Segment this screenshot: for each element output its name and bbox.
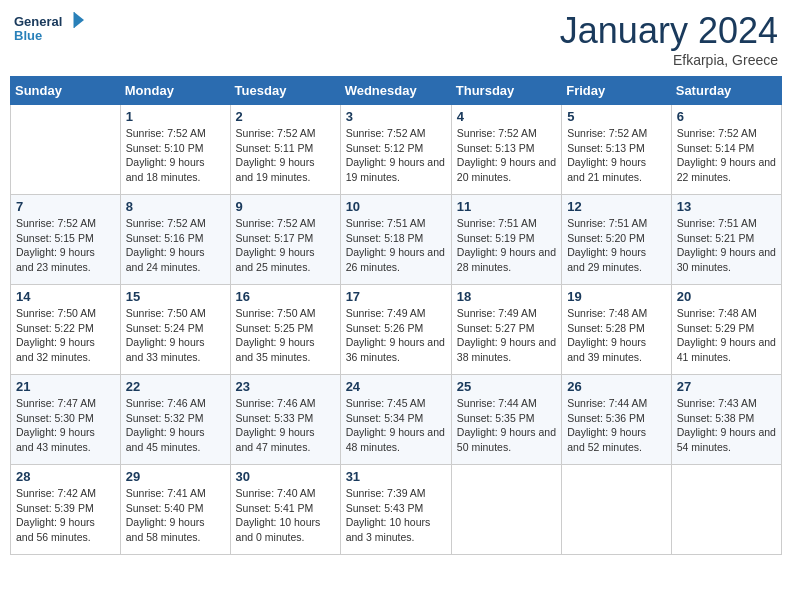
calendar-cell: 20 Sunrise: 7:48 AMSunset: 5:29 PMDaylig… xyxy=(671,285,781,375)
day-number: 4 xyxy=(457,109,556,124)
day-info: Sunrise: 7:45 AMSunset: 5:34 PMDaylight:… xyxy=(346,396,446,455)
weekday-header-tuesday: Tuesday xyxy=(230,77,340,105)
calendar-cell: 4 Sunrise: 7:52 AMSunset: 5:13 PMDayligh… xyxy=(451,105,561,195)
calendar-cell: 8 Sunrise: 7:52 AMSunset: 5:16 PMDayligh… xyxy=(120,195,230,285)
day-info: Sunrise: 7:52 AMSunset: 5:13 PMDaylight:… xyxy=(457,126,556,185)
day-info: Sunrise: 7:42 AMSunset: 5:39 PMDaylight:… xyxy=(16,486,115,545)
day-number: 7 xyxy=(16,199,115,214)
calendar-cell xyxy=(11,105,121,195)
day-number: 1 xyxy=(126,109,225,124)
day-number: 16 xyxy=(236,289,335,304)
day-number: 3 xyxy=(346,109,446,124)
day-number: 17 xyxy=(346,289,446,304)
weekday-header-row: SundayMondayTuesdayWednesdayThursdayFrid… xyxy=(11,77,782,105)
day-info: Sunrise: 7:48 AMSunset: 5:28 PMDaylight:… xyxy=(567,306,666,365)
day-info: Sunrise: 7:46 AMSunset: 5:33 PMDaylight:… xyxy=(236,396,335,455)
day-number: 6 xyxy=(677,109,776,124)
svg-text:Blue: Blue xyxy=(14,28,42,43)
day-info: Sunrise: 7:47 AMSunset: 5:30 PMDaylight:… xyxy=(16,396,115,455)
day-number: 14 xyxy=(16,289,115,304)
day-info: Sunrise: 7:46 AMSunset: 5:32 PMDaylight:… xyxy=(126,396,225,455)
day-info: Sunrise: 7:52 AMSunset: 5:11 PMDaylight:… xyxy=(236,126,335,185)
calendar-cell: 9 Sunrise: 7:52 AMSunset: 5:17 PMDayligh… xyxy=(230,195,340,285)
week-row-3: 14 Sunrise: 7:50 AMSunset: 5:22 PMDaylig… xyxy=(11,285,782,375)
logo: General Blue xyxy=(14,10,84,55)
day-number: 8 xyxy=(126,199,225,214)
calendar-cell: 19 Sunrise: 7:48 AMSunset: 5:28 PMDaylig… xyxy=(562,285,672,375)
calendar-cell: 24 Sunrise: 7:45 AMSunset: 5:34 PMDaylig… xyxy=(340,375,451,465)
day-info: Sunrise: 7:44 AMSunset: 5:36 PMDaylight:… xyxy=(567,396,666,455)
week-row-2: 7 Sunrise: 7:52 AMSunset: 5:15 PMDayligh… xyxy=(11,195,782,285)
day-info: Sunrise: 7:50 AMSunset: 5:22 PMDaylight:… xyxy=(16,306,115,365)
day-info: Sunrise: 7:43 AMSunset: 5:38 PMDaylight:… xyxy=(677,396,776,455)
calendar-cell: 25 Sunrise: 7:44 AMSunset: 5:35 PMDaylig… xyxy=(451,375,561,465)
day-number: 23 xyxy=(236,379,335,394)
weekday-header-friday: Friday xyxy=(562,77,672,105)
day-number: 22 xyxy=(126,379,225,394)
day-info: Sunrise: 7:39 AMSunset: 5:43 PMDaylight:… xyxy=(346,486,446,545)
location: Efkarpia, Greece xyxy=(560,52,778,68)
day-info: Sunrise: 7:49 AMSunset: 5:26 PMDaylight:… xyxy=(346,306,446,365)
day-info: Sunrise: 7:52 AMSunset: 5:17 PMDaylight:… xyxy=(236,216,335,275)
calendar-cell: 30 Sunrise: 7:40 AMSunset: 5:41 PMDaylig… xyxy=(230,465,340,555)
day-info: Sunrise: 7:44 AMSunset: 5:35 PMDaylight:… xyxy=(457,396,556,455)
title-block: January 2024 Efkarpia, Greece xyxy=(560,10,778,68)
calendar-cell: 16 Sunrise: 7:50 AMSunset: 5:25 PMDaylig… xyxy=(230,285,340,375)
day-info: Sunrise: 7:40 AMSunset: 5:41 PMDaylight:… xyxy=(236,486,335,545)
day-number: 20 xyxy=(677,289,776,304)
day-info: Sunrise: 7:52 AMSunset: 5:15 PMDaylight:… xyxy=(16,216,115,275)
calendar-cell: 1 Sunrise: 7:52 AMSunset: 5:10 PMDayligh… xyxy=(120,105,230,195)
logo-svg: General Blue xyxy=(14,10,84,55)
day-number: 25 xyxy=(457,379,556,394)
calendar-cell: 5 Sunrise: 7:52 AMSunset: 5:13 PMDayligh… xyxy=(562,105,672,195)
calendar-cell: 13 Sunrise: 7:51 AMSunset: 5:21 PMDaylig… xyxy=(671,195,781,285)
calendar-cell xyxy=(451,465,561,555)
calendar-cell: 22 Sunrise: 7:46 AMSunset: 5:32 PMDaylig… xyxy=(120,375,230,465)
calendar-cell: 2 Sunrise: 7:52 AMSunset: 5:11 PMDayligh… xyxy=(230,105,340,195)
day-number: 29 xyxy=(126,469,225,484)
calendar-cell xyxy=(671,465,781,555)
day-number: 30 xyxy=(236,469,335,484)
calendar-cell: 28 Sunrise: 7:42 AMSunset: 5:39 PMDaylig… xyxy=(11,465,121,555)
calendar-cell: 29 Sunrise: 7:41 AMSunset: 5:40 PMDaylig… xyxy=(120,465,230,555)
calendar-table: SundayMondayTuesdayWednesdayThursdayFrid… xyxy=(10,76,782,555)
month-title: January 2024 xyxy=(560,10,778,52)
day-number: 15 xyxy=(126,289,225,304)
day-number: 24 xyxy=(346,379,446,394)
calendar-cell: 27 Sunrise: 7:43 AMSunset: 5:38 PMDaylig… xyxy=(671,375,781,465)
calendar-cell: 21 Sunrise: 7:47 AMSunset: 5:30 PMDaylig… xyxy=(11,375,121,465)
day-info: Sunrise: 7:50 AMSunset: 5:24 PMDaylight:… xyxy=(126,306,225,365)
day-number: 2 xyxy=(236,109,335,124)
calendar-cell: 10 Sunrise: 7:51 AMSunset: 5:18 PMDaylig… xyxy=(340,195,451,285)
day-number: 19 xyxy=(567,289,666,304)
day-number: 28 xyxy=(16,469,115,484)
calendar-cell: 11 Sunrise: 7:51 AMSunset: 5:19 PMDaylig… xyxy=(451,195,561,285)
day-info: Sunrise: 7:48 AMSunset: 5:29 PMDaylight:… xyxy=(677,306,776,365)
calendar-cell: 31 Sunrise: 7:39 AMSunset: 5:43 PMDaylig… xyxy=(340,465,451,555)
calendar-cell: 15 Sunrise: 7:50 AMSunset: 5:24 PMDaylig… xyxy=(120,285,230,375)
svg-marker-2 xyxy=(74,12,84,28)
day-number: 5 xyxy=(567,109,666,124)
week-row-4: 21 Sunrise: 7:47 AMSunset: 5:30 PMDaylig… xyxy=(11,375,782,465)
day-info: Sunrise: 7:51 AMSunset: 5:21 PMDaylight:… xyxy=(677,216,776,275)
calendar-cell: 17 Sunrise: 7:49 AMSunset: 5:26 PMDaylig… xyxy=(340,285,451,375)
calendar-cell: 12 Sunrise: 7:51 AMSunset: 5:20 PMDaylig… xyxy=(562,195,672,285)
calendar-cell: 7 Sunrise: 7:52 AMSunset: 5:15 PMDayligh… xyxy=(11,195,121,285)
calendar-cell xyxy=(562,465,672,555)
day-number: 13 xyxy=(677,199,776,214)
day-number: 12 xyxy=(567,199,666,214)
day-info: Sunrise: 7:52 AMSunset: 5:14 PMDaylight:… xyxy=(677,126,776,185)
day-number: 26 xyxy=(567,379,666,394)
svg-text:General: General xyxy=(14,14,62,29)
weekday-header-sunday: Sunday xyxy=(11,77,121,105)
calendar-cell: 23 Sunrise: 7:46 AMSunset: 5:33 PMDaylig… xyxy=(230,375,340,465)
day-number: 11 xyxy=(457,199,556,214)
day-info: Sunrise: 7:51 AMSunset: 5:18 PMDaylight:… xyxy=(346,216,446,275)
page-header: General Blue January 2024 Efkarpia, Gree… xyxy=(10,10,782,68)
day-info: Sunrise: 7:51 AMSunset: 5:19 PMDaylight:… xyxy=(457,216,556,275)
week-row-5: 28 Sunrise: 7:42 AMSunset: 5:39 PMDaylig… xyxy=(11,465,782,555)
day-number: 27 xyxy=(677,379,776,394)
calendar-cell: 6 Sunrise: 7:52 AMSunset: 5:14 PMDayligh… xyxy=(671,105,781,195)
weekday-header-monday: Monday xyxy=(120,77,230,105)
day-number: 21 xyxy=(16,379,115,394)
